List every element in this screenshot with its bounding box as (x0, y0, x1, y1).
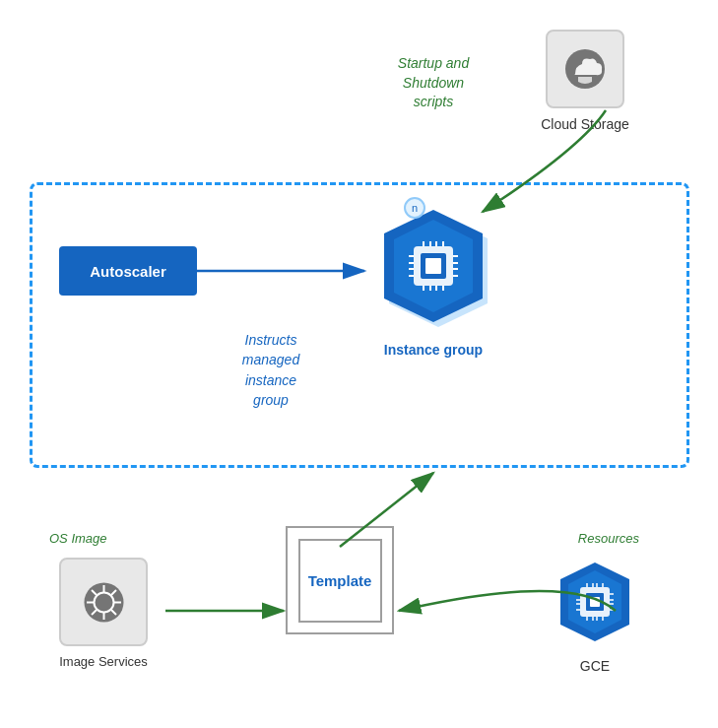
instance-group-component: Instance group (355, 202, 512, 358)
gce-component: GCE (546, 558, 644, 674)
autoscaler-label: Autoscaler (90, 263, 166, 280)
cloud-storage-component: Cloud Storage (531, 30, 639, 132)
svg-rect-53 (590, 597, 600, 607)
startup-scripts-label: Startup and Shutdown scripts (369, 54, 497, 112)
cloud-storage-icon (546, 30, 624, 108)
instance-group-label: Instance group (355, 342, 512, 358)
gce-label: GCE (546, 658, 644, 674)
instance-badge: n (404, 197, 425, 219)
autoscaler-box: Autoscaler (59, 246, 197, 296)
template-inner: Template (298, 539, 382, 623)
svg-rect-22 (425, 258, 441, 274)
image-services-icon (59, 558, 148, 646)
template-box: Template (286, 526, 394, 634)
os-image-label: OS Image (49, 531, 107, 546)
diagram-container: Cloud Storage Startup and Shutdown scrip… (0, 0, 718, 728)
resources-label: Resources (578, 531, 639, 546)
instance-group-icon (369, 202, 497, 330)
gce-icon (551, 558, 639, 646)
image-services-component: Image Services (44, 558, 163, 669)
image-services-label: Image Services (44, 654, 163, 669)
instructs-label: Instructs managed instance group (212, 330, 330, 410)
template-label: Template (308, 572, 372, 589)
cloud-storage-label: Cloud Storage (531, 116, 639, 132)
